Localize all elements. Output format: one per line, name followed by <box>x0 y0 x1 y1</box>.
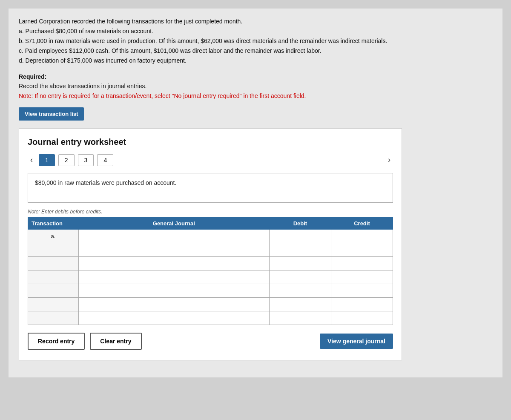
intro-section: Larned Corporation recorded the followin… <box>19 17 492 65</box>
table-row <box>28 257 393 270</box>
table-row <box>28 270 393 284</box>
tab-2-button[interactable]: 2 <box>58 154 75 166</box>
worksheet-title: Journal entry worksheet <box>28 137 393 147</box>
debit-cell[interactable] <box>269 298 331 311</box>
table-row <box>28 284 393 298</box>
transaction-cell <box>28 257 79 270</box>
table-row <box>28 298 393 311</box>
page-content: Larned Corporation recorded the followin… <box>9 9 502 377</box>
transaction-c: c. Paid employees $112,000 cash. Of this… <box>19 46 492 55</box>
credit-cell[interactable] <box>331 230 393 243</box>
record-entry-button[interactable]: Record entry <box>28 333 85 350</box>
debit-cell[interactable] <box>269 270 331 284</box>
col-transaction-header: Transaction <box>28 218 79 230</box>
general-journal-cell[interactable] <box>78 270 269 284</box>
tab-row: ‹ 1 2 3 4 › <box>28 154 393 166</box>
col-credit-header: Credit <box>331 218 393 230</box>
note-debits: Note: Enter debits before credits. <box>28 209 393 215</box>
intro-header: Larned Corporation recorded the followin… <box>19 17 492 26</box>
button-row: Record entry Clear entry View general jo… <box>28 333 393 350</box>
debit-cell[interactable] <box>269 257 331 270</box>
tab-3-button[interactable]: 3 <box>78 154 94 166</box>
required-label: Required: <box>19 73 46 80</box>
col-general-journal-header: General Journal <box>78 218 269 230</box>
general-journal-cell[interactable] <box>78 243 269 257</box>
view-general-journal-button[interactable]: View general journal <box>320 334 393 349</box>
tab-4-button[interactable]: 4 <box>97 154 113 166</box>
credit-cell[interactable] <box>331 284 393 298</box>
note-text: Note: If no entry is required for a tran… <box>19 91 492 101</box>
transaction-d: d. Depreciation of $175,000 was incurred… <box>19 56 492 65</box>
transaction-cell <box>28 270 79 284</box>
transaction-cell <box>28 284 79 298</box>
debit-cell[interactable] <box>269 230 331 243</box>
general-journal-cell[interactable] <box>78 311 269 325</box>
debit-cell[interactable] <box>269 243 331 257</box>
credit-cell[interactable] <box>331 298 393 311</box>
table-row: a. <box>28 230 393 243</box>
credit-cell[interactable] <box>331 311 393 325</box>
required-section: Required: Record the above transactions … <box>19 72 492 101</box>
view-transaction-button[interactable]: View transaction list <box>19 107 84 121</box>
debit-cell[interactable] <box>269 284 331 298</box>
table-row <box>28 243 393 257</box>
col-debit-header: Debit <box>269 218 331 230</box>
journal-table: Transaction General Journal Debit Credit… <box>28 217 393 325</box>
debit-cell[interactable] <box>269 311 331 325</box>
credit-cell[interactable] <box>331 243 393 257</box>
transaction-cell <box>28 311 79 325</box>
general-journal-cell[interactable] <box>78 257 269 270</box>
credit-cell[interactable] <box>331 270 393 284</box>
tab-prev-button[interactable]: ‹ <box>28 154 35 166</box>
required-text: Record the above transactions in journal… <box>19 81 492 91</box>
transaction-cell: a. <box>28 230 79 243</box>
tab-next-button[interactable]: › <box>385 154 393 166</box>
transaction-b: b. $71,000 in raw materials were used in… <box>19 37 492 46</box>
clear-entry-button[interactable]: Clear entry <box>90 333 141 350</box>
transaction-cell <box>28 243 79 257</box>
worksheet-container: Journal entry worksheet ‹ 1 2 3 4 › $80,… <box>19 128 402 360</box>
table-row <box>28 311 393 325</box>
general-journal-cell[interactable] <box>78 298 269 311</box>
transaction-description: $80,000 in raw materials were purchased … <box>28 173 393 203</box>
general-journal-cell[interactable] <box>78 230 269 243</box>
tab-1-button[interactable]: 1 <box>39 154 55 166</box>
transaction-a: a. Purchased $80,000 of raw materials on… <box>19 27 492 36</box>
general-journal-cell[interactable] <box>78 284 269 298</box>
transaction-cell <box>28 298 79 311</box>
credit-cell[interactable] <box>331 257 393 270</box>
